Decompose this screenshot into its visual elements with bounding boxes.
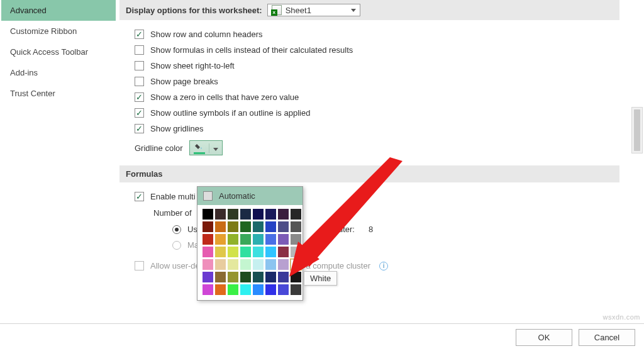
info-icon[interactable]: i bbox=[379, 262, 388, 270]
color-swatch[interactable] bbox=[291, 272, 301, 282]
color-swatch[interactable] bbox=[265, 221, 276, 232]
color-swatch[interactable] bbox=[215, 247, 226, 257]
color-swatch[interactable] bbox=[291, 247, 301, 257]
color-swatch[interactable] bbox=[278, 284, 289, 295]
sidebar-item-quick-access[interactable]: Quick Access Toolbar bbox=[1, 42, 116, 62]
color-swatch[interactable] bbox=[228, 247, 238, 257]
sidebar-item-addins[interactable]: Add-ins bbox=[1, 62, 116, 83]
color-swatch[interactable] bbox=[203, 209, 213, 220]
checkbox[interactable]: ✓ bbox=[135, 77, 144, 86]
option-row-rtl[interactable]: ✓Show sheet right-to-left bbox=[135, 58, 629, 74]
color-swatch[interactable] bbox=[240, 209, 251, 220]
color-swatch[interactable] bbox=[291, 284, 301, 295]
color-swatch[interactable] bbox=[228, 221, 238, 232]
color-swatch[interactable] bbox=[215, 284, 226, 295]
checkbox[interactable]: ✓ bbox=[135, 124, 144, 133]
button-label: OK bbox=[538, 333, 550, 342]
color-swatch[interactable] bbox=[203, 247, 213, 257]
checkbox[interactable]: ✓ bbox=[135, 45, 144, 55]
color-swatch[interactable] bbox=[215, 259, 226, 270]
color-swatch[interactable] bbox=[278, 259, 289, 270]
option-row-gridlines[interactable]: ✓Show gridlines bbox=[135, 121, 629, 136]
color-swatch[interactable] bbox=[228, 234, 238, 245]
checkbox[interactable]: ✓ bbox=[135, 30, 144, 39]
color-swatch[interactable] bbox=[278, 209, 289, 220]
color-swatch[interactable] bbox=[240, 284, 251, 295]
sidebar-item-label: Trust Center bbox=[10, 89, 55, 98]
color-swatch[interactable] bbox=[203, 259, 213, 270]
color-swatch[interactable] bbox=[278, 247, 289, 257]
color-swatch[interactable] bbox=[203, 234, 213, 245]
option-row-zero-value[interactable]: ✓Show a zero in cells that have zero val… bbox=[135, 89, 629, 105]
sidebar-item-label: Customize Ribbon bbox=[10, 26, 77, 36]
color-swatch[interactable] bbox=[228, 284, 238, 295]
cancel-button[interactable]: Cancel bbox=[579, 329, 635, 346]
option-label: Show sheet right-to-left bbox=[150, 61, 235, 70]
color-swatch[interactable] bbox=[228, 209, 238, 220]
color-swatch[interactable] bbox=[240, 259, 251, 270]
color-swatch[interactable] bbox=[253, 284, 264, 295]
color-swatch[interactable] bbox=[203, 221, 213, 232]
color-automatic-row[interactable]: Automatic bbox=[197, 187, 303, 205]
checkbox[interactable]: ✓ bbox=[135, 61, 144, 70]
color-swatch[interactable] bbox=[240, 272, 251, 282]
color-swatch[interactable] bbox=[265, 272, 276, 282]
option-row-page-breaks[interactable]: ✓Show page breaks bbox=[135, 74, 629, 89]
option-row-headers[interactable]: ✓Show row and column headers bbox=[135, 26, 629, 42]
color-swatch[interactable] bbox=[265, 209, 276, 220]
sidebar-item-advanced[interactable]: Advanced bbox=[1, 0, 116, 21]
sidebar-item-label: Add-ins bbox=[10, 68, 38, 77]
color-swatch[interactable] bbox=[265, 247, 276, 257]
checkbox[interactable]: ✓ bbox=[135, 261, 144, 270]
color-swatch[interactable] bbox=[291, 209, 301, 220]
gridline-color-button[interactable] bbox=[189, 140, 223, 155]
color-swatch[interactable] bbox=[278, 234, 289, 245]
color-swatch[interactable] bbox=[278, 221, 289, 232]
color-swatch[interactable] bbox=[228, 272, 238, 282]
color-swatch[interactable] bbox=[240, 247, 251, 257]
option-label: Enable multi bbox=[150, 192, 196, 201]
section-header-formulas: Formulas bbox=[119, 165, 619, 182]
color-swatch[interactable] bbox=[215, 234, 226, 245]
gridline-color-label: Gridline color bbox=[135, 143, 183, 153]
number-of-label: Number of bbox=[153, 208, 192, 218]
sheet-icon bbox=[272, 5, 282, 15]
checkbox[interactable]: ✓ bbox=[135, 108, 144, 118]
color-swatch[interactable] bbox=[265, 259, 276, 270]
radio[interactable] bbox=[172, 225, 181, 234]
color-swatch[interactable] bbox=[253, 234, 264, 245]
color-swatch[interactable] bbox=[253, 209, 264, 220]
ok-button[interactable]: OK bbox=[516, 329, 572, 346]
color-swatch[interactable] bbox=[278, 272, 289, 282]
color-swatch[interactable] bbox=[228, 259, 238, 270]
color-swatch[interactable] bbox=[265, 234, 276, 245]
processors-value: 8 bbox=[369, 225, 373, 234]
color-swatch[interactable] bbox=[265, 284, 276, 295]
color-swatch[interactable] bbox=[240, 234, 251, 245]
gridline-color-row: Gridline color bbox=[135, 136, 629, 159]
sidebar-item-customize-ribbon[interactable]: Customize Ribbon bbox=[1, 21, 116, 42]
color-swatch[interactable] bbox=[291, 234, 301, 245]
color-swatch[interactable] bbox=[253, 221, 264, 232]
color-swatch[interactable] bbox=[203, 272, 213, 282]
color-swatch[interactable] bbox=[291, 221, 301, 232]
color-swatch[interactable] bbox=[215, 221, 226, 232]
color-picker: Automatic bbox=[197, 186, 303, 301]
color-swatch[interactable] bbox=[291, 259, 301, 270]
checkbox[interactable]: ✓ bbox=[135, 192, 144, 201]
sidebar-item-trust-center[interactable]: Trust Center bbox=[1, 83, 116, 104]
color-swatch[interactable] bbox=[253, 247, 264, 257]
color-swatch[interactable] bbox=[215, 209, 226, 220]
checkbox[interactable]: ✓ bbox=[135, 92, 144, 102]
option-row-formulas[interactable]: ✓Show formulas in cells instead of their… bbox=[135, 42, 629, 58]
option-label: Show a zero in cells that have zero valu… bbox=[150, 92, 299, 102]
color-swatch[interactable] bbox=[253, 259, 264, 270]
worksheet-dropdown[interactable]: Sheet1 bbox=[267, 4, 360, 16]
color-swatch[interactable] bbox=[215, 272, 226, 282]
scrollbar-thumb[interactable] bbox=[634, 109, 640, 151]
color-swatch[interactable] bbox=[240, 221, 251, 232]
color-swatch[interactable] bbox=[203, 284, 213, 295]
color-swatch[interactable] bbox=[253, 272, 264, 282]
radio[interactable] bbox=[172, 241, 181, 250]
option-row-outline[interactable]: ✓Show outline symbols if an outline is a… bbox=[135, 105, 629, 121]
